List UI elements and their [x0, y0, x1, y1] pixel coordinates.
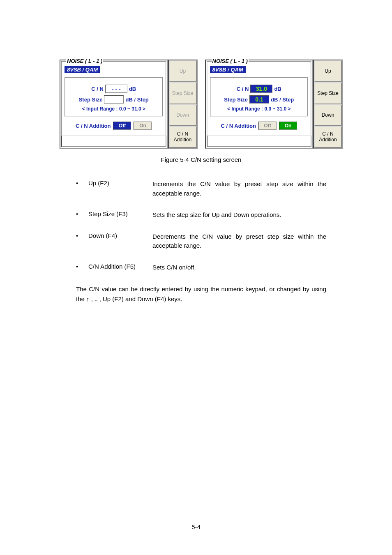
- step-size-value[interactable]: 0.1: [249, 95, 269, 104]
- cn-addition-button[interactable]: C / N Addition: [169, 126, 197, 148]
- bullet-icon: •: [76, 232, 81, 251]
- bullet-label: Down (F4): [88, 232, 145, 251]
- cn-unit: dB: [129, 86, 136, 92]
- input-range: < Input Range : 0.0 ~ 31.0 >: [68, 106, 160, 112]
- down-button[interactable]: Down: [314, 104, 342, 126]
- button-column: Up Step Size Down C / N Addition: [168, 60, 198, 149]
- on-toggle[interactable]: On: [134, 122, 152, 130]
- cn-value[interactable]: - - -: [105, 85, 127, 93]
- mode-badge: 8VSB / QAM: [210, 66, 246, 73]
- step-size-button[interactable]: Step Size: [169, 82, 197, 104]
- step-size-unit: dB / Step: [271, 97, 294, 103]
- right-screenshot: NOISE ( L - 1 ) 8VSB / QAM C / N 31.0 dB…: [205, 60, 343, 149]
- step-size-label: Step Size: [79, 97, 103, 103]
- mode-badge: 8VSB / QAM: [65, 66, 100, 73]
- group-title: NOISE ( L - 1 ): [212, 58, 249, 64]
- cn-label: C / N: [237, 86, 249, 92]
- bullet-desc: Sets C/N on/off.: [152, 263, 326, 272]
- cn-unit: dB: [274, 86, 281, 92]
- up-button[interactable]: Up: [314, 60, 342, 82]
- down-button[interactable]: Down: [169, 104, 197, 126]
- cn-value[interactable]: 31.0: [250, 85, 272, 93]
- up-button[interactable]: Up: [169, 60, 197, 82]
- step-size-button[interactable]: Step Size: [314, 82, 342, 104]
- bullet-desc: Sets the step size for Up and Down opera…: [152, 210, 326, 220]
- cn-addition-label: C / N Addition: [76, 123, 111, 129]
- status-bar: [61, 135, 166, 147]
- off-toggle[interactable]: Off: [258, 122, 277, 130]
- step-size-label: Step Size: [224, 97, 248, 103]
- list-item: • Down (F4) Decrements the C/N value by …: [76, 232, 326, 251]
- list-item: • Step Size (F3) Sets the step size for …: [76, 210, 326, 220]
- bullet-desc: Increments the C/N value by preset step …: [152, 180, 326, 198]
- step-size-unit: dB / Step: [125, 97, 148, 103]
- figure-row: NOISE ( L - 1 ) 8VSB / QAM C / N - - - d…: [60, 60, 343, 149]
- page-number: 5-4: [0, 523, 392, 530]
- list-item: • Up (F2) Increments the C/N value by pr…: [76, 180, 326, 198]
- bullet-list: • Up (F2) Increments the C/N value by pr…: [76, 180, 326, 272]
- bullet-desc: Decrements the C/N value by preset step …: [152, 232, 326, 251]
- cn-label: C / N: [91, 86, 104, 92]
- bullet-icon: •: [76, 210, 81, 220]
- on-toggle[interactable]: On: [279, 122, 297, 130]
- bullet-label: C/N Addition (F5): [88, 263, 145, 272]
- figure-caption: Figure 5-4 C/N setting screen: [60, 156, 343, 163]
- bullet-label: Step Size (F3): [88, 210, 145, 220]
- list-item: • C/N Addition (F5) Sets C/N on/off.: [76, 263, 326, 272]
- cn-addition-label: C / N Addition: [221, 123, 256, 129]
- group-title: NOISE ( L - 1 ): [66, 58, 103, 64]
- bullet-icon: •: [76, 263, 81, 272]
- status-bar: [207, 135, 312, 147]
- left-screenshot: NOISE ( L - 1 ) 8VSB / QAM C / N - - - d…: [60, 60, 198, 149]
- button-column: Up Step Size Down C / N Addition: [313, 60, 343, 149]
- cn-addition-button[interactable]: C / N Addition: [314, 126, 342, 148]
- input-range: < Input Range : 0.0 ~ 31.0 >: [213, 106, 305, 112]
- bullet-label: Up (F2): [88, 180, 145, 198]
- off-toggle[interactable]: Off: [113, 122, 131, 130]
- step-size-value[interactable]: [104, 95, 124, 104]
- paragraph: The C/N value can be directly entered by…: [76, 284, 326, 304]
- bullet-icon: •: [76, 180, 81, 198]
